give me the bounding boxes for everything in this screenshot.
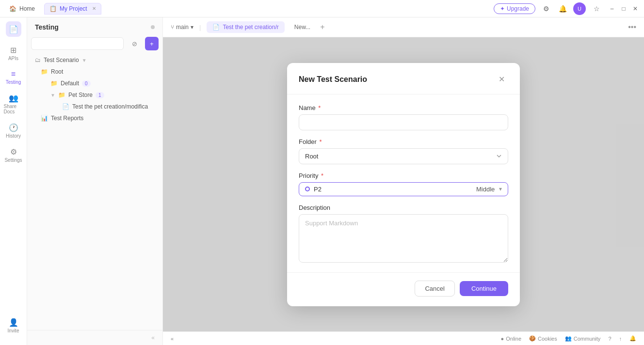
sidebar-settings-dot	[151, 25, 155, 29]
left-sidebar-bottom: 👤 Invite	[2, 314, 25, 341]
status-online[interactable]: ● Online	[501, 336, 521, 342]
test-scenario-label: Test Scenario	[44, 57, 79, 63]
sidebar-apis-label: APIs	[8, 56, 18, 61]
default-label: Default	[61, 80, 79, 87]
app-logo: 📄	[6, 21, 21, 37]
toolbar-add-icon[interactable]: +	[320, 23, 324, 31]
minimize-button[interactable]: –	[607, 4, 617, 14]
folder-select[interactable]: Root Default Pet Store	[299, 148, 508, 164]
folder-required: *	[319, 138, 322, 145]
status-cookies[interactable]: 🍪 Cookies	[529, 335, 557, 342]
collapse-sidebar-button[interactable]: «	[151, 334, 155, 341]
cancel-button[interactable]: Cancel	[415, 281, 454, 297]
tree-item-root[interactable]: 📁 Root	[31, 66, 159, 78]
branch-icon: ⑂	[171, 24, 174, 31]
toolbar-tab-test[interactable]: 📄 Test the pet creation/r	[207, 21, 284, 33]
test-scenario-icon: 🗂	[35, 57, 41, 63]
name-required: *	[318, 104, 321, 111]
sidebar-item-settings[interactable]: ⚙ Settings	[2, 143, 25, 167]
tab-myproject[interactable]: 📋 My Project ✕	[44, 3, 101, 15]
left-sidebar-top: 📄 ⊞ APIs ≡ Testing 👥 Share Docs 🕐 Histor…	[2, 21, 25, 313]
sidebar-footer: «	[27, 330, 162, 345]
status-notify[interactable]: 🔔	[629, 335, 636, 342]
pet-store-badge: 1	[96, 92, 104, 98]
pet-store-collapse-icon[interactable]: ▼	[50, 93, 55, 98]
toolbar-tab-test-label: Test the pet creation/r	[223, 24, 278, 31]
main-area: New Test Scenario ✕ Name *	[163, 37, 644, 331]
tree-item-test-scenario[interactable]: 🗂 Test Scenario ▼	[31, 54, 159, 66]
apis-icon: ⊞	[10, 46, 16, 55]
community-icon: 👥	[565, 335, 572, 342]
priority-chevron-icon: ▾	[499, 186, 502, 192]
continue-button[interactable]: Continue	[460, 281, 508, 296]
branch-selector[interactable]: ⑂ main ▾	[171, 24, 193, 31]
testing-icon: ≡	[11, 70, 16, 78]
branch-chevron-icon: ▾	[191, 24, 193, 31]
status-bar: « ● Online 🍪 Cookies 👥 Community ?	[163, 331, 644, 345]
folder-label: Folder *	[299, 138, 508, 145]
settings-icon[interactable]: ⚙	[540, 3, 552, 15]
online-label: Online	[506, 336, 521, 342]
search-input[interactable]	[31, 37, 124, 50]
default-folder-icon: 📁	[50, 80, 58, 87]
tab-home[interactable]: 🏠 Home	[4, 3, 40, 15]
sidebar-item-apis[interactable]: ⊞ APIs	[2, 42, 25, 65]
search-bar: ⊘ +	[27, 35, 162, 54]
settings-sidebar-icon: ⚙	[10, 147, 17, 157]
avatar[interactable]: U	[573, 2, 586, 15]
sidebar-history-label: History	[6, 133, 21, 139]
modal-body: Name * Folder * Root	[287, 94, 520, 272]
star-icon[interactable]: ☆	[591, 3, 602, 15]
add-button[interactable]: +	[145, 37, 159, 50]
pet-store-label: Pet Store	[68, 92, 93, 98]
home-icon: 🏠	[9, 5, 16, 12]
sidebar-item-invite[interactable]: 👤 Invite	[2, 314, 25, 337]
invite-icon: 👤	[9, 318, 18, 327]
modal-title: New Test Scenario	[299, 75, 367, 84]
sidebar-item-share-docs[interactable]: 👥 Share Docs	[2, 90, 25, 118]
root-folder-icon: 📁	[41, 68, 48, 75]
test-reports-icon: 📊	[41, 115, 48, 122]
toolbar-more-button[interactable]: •••	[628, 23, 636, 31]
tab-myproject-label: My Project	[60, 5, 87, 12]
modal-new-test-scenario: New Test Scenario ✕ Name *	[287, 63, 520, 306]
cookies-icon: 🍪	[529, 335, 536, 342]
filter-button[interactable]: ⊘	[128, 37, 141, 50]
upgrade-icon: ✦	[500, 5, 505, 12]
tree-item-pet-store[interactable]: ▼ 📁 Pet Store 1	[31, 89, 159, 101]
collapse-left-icon[interactable]: «	[171, 336, 174, 342]
app-layout: 📄 ⊞ APIs ≡ Testing 👥 Share Docs 🕐 Histor…	[0, 17, 644, 345]
priority-required: *	[321, 172, 323, 179]
status-share[interactable]: ↑	[619, 336, 622, 342]
modal-header: New Test Scenario ✕	[287, 63, 520, 94]
tree-item-test-reports[interactable]: 📊 Test Reports	[31, 112, 159, 124]
tree-item-default[interactable]: 📁 Default 0	[31, 78, 159, 89]
sidebar-item-testing[interactable]: ≡ Testing	[2, 66, 25, 89]
toolbar-tab-new[interactable]: New...	[289, 21, 316, 33]
priority-select[interactable]: Middle High Low	[476, 186, 495, 193]
history-icon: 🕐	[9, 123, 18, 132]
status-community[interactable]: 👥 Community	[565, 335, 601, 342]
sidebar-settings-label: Settings	[4, 157, 22, 163]
upgrade-button[interactable]: ✦ Upgrade	[494, 3, 535, 14]
tree-section: 🗂 Test Scenario ▼ 📁 Root 📁 Default 0 ▼ 📁…	[27, 54, 162, 330]
modal-close-button[interactable]: ✕	[495, 73, 508, 86]
tab-myproject-close[interactable]: ✕	[92, 6, 96, 11]
toolbar-separator: |	[199, 24, 201, 31]
sidebar-invite-label: Invite	[8, 328, 19, 333]
cookies-label: Cookies	[538, 336, 557, 342]
notify-icon: 🔔	[629, 335, 636, 342]
modal-overlay: New Test Scenario ✕ Name *	[163, 37, 644, 331]
priority-row[interactable]: P2 Middle High Low ▾	[299, 182, 508, 196]
description-textarea[interactable]	[299, 214, 508, 263]
status-help[interactable]: ?	[608, 336, 611, 342]
name-input[interactable]	[299, 114, 508, 130]
notifications-icon[interactable]: 🔔	[557, 3, 568, 15]
name-field-group: Name *	[299, 104, 508, 130]
tree-item-test-pet[interactable]: 📄 Test the pet creation/modifica	[31, 101, 159, 112]
sidebar-item-history[interactable]: 🕐 History	[2, 119, 25, 142]
close-button[interactable]: ✕	[630, 4, 640, 14]
test-scenario-chevron[interactable]: ▼	[82, 58, 87, 63]
sidebar-testing-label: Testing	[6, 79, 21, 85]
maximize-button[interactable]: □	[619, 4, 628, 14]
